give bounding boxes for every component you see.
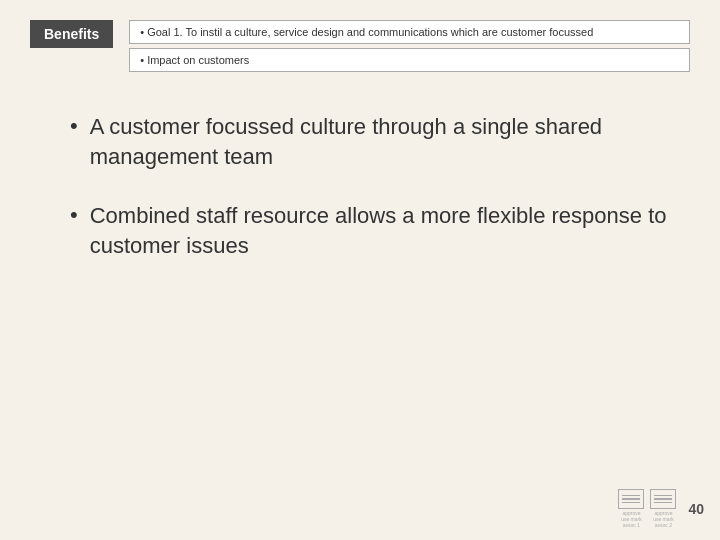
header-row: Benefits • Goal 1. To instil a culture, … xyxy=(30,20,690,72)
bullet-section: • A customer focussed culture through a … xyxy=(30,102,690,301)
footer-icon-label-2: approveuse markassoc 2 xyxy=(653,510,674,528)
bullet-dot-2: • xyxy=(70,201,78,230)
slide-container: Benefits • Goal 1. To instil a culture, … xyxy=(0,0,720,540)
bullet-item-1: • A customer focussed culture through a … xyxy=(70,112,670,171)
bullet-text-2: Combined staff resource allows a more fl… xyxy=(90,201,670,260)
footer: approveuse markassoc 1 approveuse markas… xyxy=(618,489,704,528)
goal-boxes: • Goal 1. To instil a culture, service d… xyxy=(129,20,690,72)
bullet-dot-1: • xyxy=(70,112,78,141)
footer-icons-group: approveuse markassoc 1 approveuse markas… xyxy=(618,489,676,528)
footer-icon-2: approveuse markassoc 2 xyxy=(650,489,676,528)
page-number: 40 xyxy=(688,501,704,517)
benefits-label: Benefits xyxy=(30,20,113,48)
bullet-text-1: A customer focussed culture through a si… xyxy=(90,112,670,171)
footer-icon-box-2 xyxy=(650,489,676,509)
footer-icon-label-1: approveuse markassoc 1 xyxy=(621,510,642,528)
goal-box-2: • Impact on customers xyxy=(129,48,690,72)
bullet-item-2: • Combined staff resource allows a more … xyxy=(70,201,670,260)
footer-icon-1: approveuse markassoc 1 xyxy=(618,489,644,528)
goal-box-1: • Goal 1. To instil a culture, service d… xyxy=(129,20,690,44)
footer-icon-box-1 xyxy=(618,489,644,509)
